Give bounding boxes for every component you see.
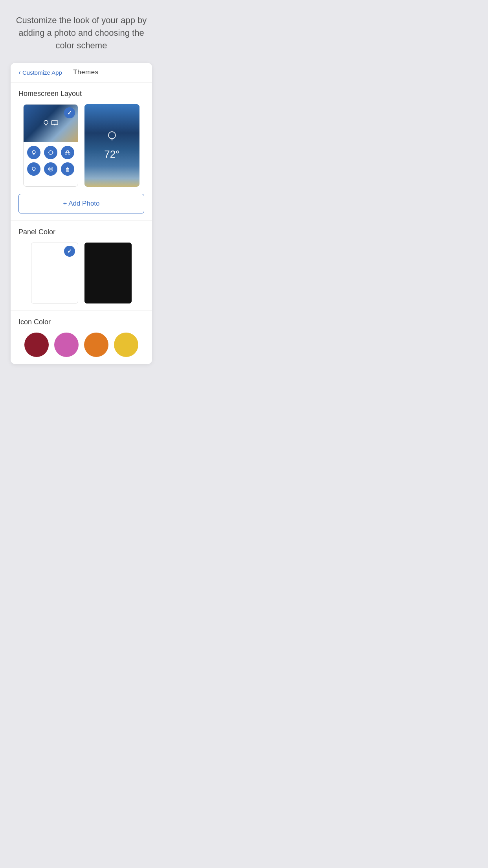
grid-btn-3 — [61, 146, 74, 159]
icon-color-yellow[interactable] — [114, 333, 138, 357]
back-button[interactable]: ‹ Customize App — [18, 68, 62, 77]
chevron-left-icon: ‹ — [18, 68, 21, 77]
icon-color-options — [18, 333, 144, 357]
icon-color-title: Icon Color — [18, 318, 144, 326]
svg-point-15 — [68, 152, 70, 154]
svg-point-6 — [32, 151, 35, 154]
layout-photo-preview: 72° — [84, 104, 139, 187]
grid-btn-6 — [61, 162, 74, 176]
svg-point-14 — [65, 152, 67, 154]
add-photo-button[interactable]: + Add Photo — [18, 194, 144, 213]
black-swatch-wrap[interactable] — [84, 243, 132, 303]
panel-color-title: Panel Color — [18, 228, 144, 236]
white-swatch-check — [64, 246, 75, 257]
white-swatch-wrap[interactable] — [31, 243, 78, 303]
svg-point-16 — [67, 150, 69, 152]
panel-color-swatches — [18, 243, 144, 303]
panel-color-section: Panel Color — [11, 221, 152, 311]
svg-point-9 — [49, 151, 53, 154]
bulb-overlay-icon — [106, 130, 117, 144]
icon-color-section: Icon Color — [11, 311, 152, 364]
bulb-icon — [43, 120, 49, 127]
svg-point-29 — [108, 132, 116, 139]
svg-point-19 — [32, 167, 35, 170]
selected-check-badge — [64, 107, 75, 118]
grid-btn-1 — [27, 146, 40, 159]
homescreen-section: Homescreen Layout — [11, 83, 152, 221]
intro-description: Customize the look of your app by adding… — [0, 0, 163, 63]
nav-header: ‹ Customize App Themes — [11, 63, 152, 83]
screen-icon — [51, 120, 58, 126]
layout-option-grid[interactable]: 72° — [23, 104, 78, 187]
homescreen-section-title: Homescreen Layout — [18, 90, 144, 98]
layout-options-row: 72° — [18, 104, 144, 187]
phone-icon-grid — [24, 142, 78, 180]
grid-btn-2 — [44, 146, 57, 159]
grid-btn-4 — [27, 162, 40, 176]
grid-btn-5 — [44, 162, 57, 176]
svg-point-0 — [44, 120, 48, 124]
svg-rect-3 — [51, 121, 58, 125]
icon-color-dark-red[interactable] — [24, 333, 49, 357]
temp-overlay-2: 72° — [104, 148, 119, 160]
icon-color-orange[interactable] — [84, 333, 108, 357]
page-title: Themes — [73, 68, 98, 76]
icon-color-pink[interactable] — [54, 333, 79, 357]
main-card: ‹ Customize App Themes Homescreen Layout — [11, 63, 152, 364]
back-label: Customize App — [22, 69, 62, 76]
layout-option-fullphoto[interactable]: 72° — [84, 104, 139, 187]
black-panel-swatch — [84, 243, 132, 303]
